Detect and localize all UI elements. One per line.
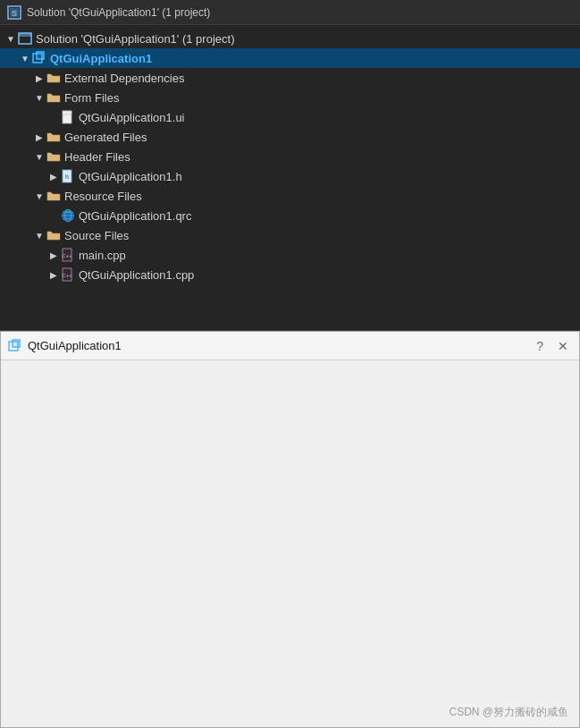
ui-file-icon [61, 110, 75, 124]
solution-label: Solution 'QtGuiApplication1' (1 project) [36, 32, 234, 46]
form-files-label: Form Files [64, 91, 119, 105]
folder-icon [46, 149, 61, 164]
solution-explorer-title: Solution 'QtGuiApplication1' (1 project) [27, 6, 210, 19]
svg-text:h: h [65, 174, 69, 180]
tree-item-ui-file[interactable]: QtGuiApplication1.ui [0, 107, 580, 127]
tree-item-header-files[interactable]: Header Files [0, 147, 580, 166]
dialog-content [1, 360, 579, 727]
chevron-expanded [18, 51, 32, 65]
chevron-collapsed [46, 248, 61, 262]
chevron-expanded [32, 90, 46, 105]
tree-item-resource-files[interactable]: Resource Files [0, 186, 580, 206]
cpp-file-icon: C++ [61, 248, 75, 262]
tree-item-solution[interactable]: Solution 'QtGuiApplication1' (1 project) [0, 29, 580, 48]
solution-icon [18, 31, 32, 46]
folder-icon [46, 130, 61, 144]
svg-rect-4 [19, 33, 31, 37]
qrc-file-label: QtGuiApplication1.qrc [79, 209, 191, 223]
solution-icon: S [7, 5, 21, 20]
svg-rect-7 [37, 52, 44, 59]
project-label: QtGuiApplication1 [50, 52, 152, 65]
tree-item-ext-deps[interactable]: External Dependencies [0, 68, 580, 88]
chevron-collapsed [32, 71, 46, 85]
cpp-file-icon: C++ [61, 267, 75, 282]
h-file-label: QtGuiApplication1.h [79, 170, 182, 183]
ext-deps-label: External Dependencies [64, 72, 184, 85]
svg-rect-23 [13, 340, 20, 347]
chevron-collapsed [32, 130, 46, 144]
main-cpp-label: main.cpp [79, 249, 126, 262]
watermark-text: CSDN @努力搬砖的咸鱼 [449, 705, 568, 720]
folder-icon [46, 189, 61, 203]
folder-icon [46, 90, 61, 105]
tree-item-source-files[interactable]: Source Files [0, 225, 580, 245]
project-icon [32, 51, 46, 65]
gen-files-label: Generated Files [64, 131, 147, 144]
tree-item-qrc-file[interactable]: QtGuiApplication1.qrc [0, 206, 580, 225]
qrc-file-icon [61, 208, 75, 223]
app-cpp-label: QtGuiApplication1.cpp [79, 268, 194, 282]
h-file-icon: h [61, 169, 75, 183]
chevron-collapsed [46, 267, 61, 282]
dialog-panel: QtGuiApplication1 ? ✕ CSDN @努力搬砖的咸鱼 [0, 331, 580, 728]
tree-item-app-cpp[interactable]: C++ QtGuiApplication1.cpp [0, 265, 580, 284]
resource-files-label: Resource Files [64, 190, 142, 203]
dialog-title-text: QtGuiApplication1 [28, 339, 527, 352]
help-button[interactable]: ? [533, 338, 547, 354]
ui-file-label: QtGuiApplication1.ui [79, 111, 185, 124]
tree-item-project[interactable]: QtGuiApplication1 [0, 48, 580, 68]
tree-item-gen-files[interactable]: Generated Files [0, 127, 580, 147]
folder-icon [46, 228, 61, 242]
chevron-collapsed [46, 169, 61, 183]
svg-text:C++: C++ [62, 253, 72, 258]
chevron-expanded [4, 31, 18, 46]
chevron-expanded [32, 228, 46, 242]
close-button[interactable]: ✕ [554, 338, 572, 354]
solution-explorer-header: S Solution 'QtGuiApplication1' (1 projec… [0, 0, 580, 25]
dialog-titlebar: QtGuiApplication1 ? ✕ [1, 332, 579, 360]
chevron-expanded [32, 149, 46, 164]
tree-item-main-cpp[interactable]: C++ main.cpp [0, 245, 580, 265]
chevron-expanded [32, 189, 46, 203]
header-files-label: Header Files [64, 150, 130, 164]
svg-text:S: S [12, 9, 17, 18]
solution-explorer: S Solution 'QtGuiApplication1' (1 projec… [0, 0, 580, 331]
dialog-title-icon [8, 339, 22, 353]
folder-icon [46, 71, 61, 85]
svg-rect-9 [63, 111, 71, 114]
tree-item-h-file[interactable]: h QtGuiApplication1.h [0, 166, 580, 186]
tree-item-form-files[interactable]: Form Files [0, 88, 580, 107]
dialog-titlebar-buttons: ? ✕ [533, 338, 572, 354]
tree-container[interactable]: Solution 'QtGuiApplication1' (1 project)… [0, 25, 580, 330]
source-files-label: Source Files [64, 229, 129, 242]
svg-text:C++: C++ [62, 273, 72, 278]
